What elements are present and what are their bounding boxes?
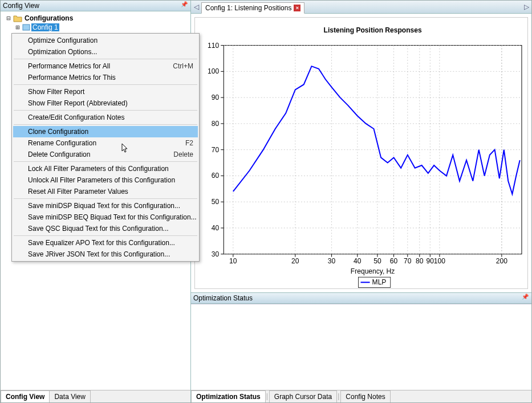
- menu-item-shortcut: Ctrl+M: [173, 62, 193, 70]
- svg-text:80: 80: [416, 257, 424, 265]
- pin-icon[interactable]: [521, 294, 529, 302]
- menu-item[interactable]: Optimize Configuration: [13, 35, 198, 46]
- response-chart[interactable]: Listening Position Responses102030405060…: [194, 17, 528, 289]
- menu-item[interactable]: Lock All Filter Parameters of this Confi…: [13, 163, 198, 174]
- svg-rect-0: [23, 25, 30, 30]
- left-bottom-tabs: Config View Data View: [1, 390, 190, 402]
- menu-item-label: Unlock All Filter Parameters of this Con…: [28, 176, 175, 184]
- folder-icon: [13, 14, 22, 22]
- menu-item-label: Performance Metrics for All: [28, 62, 110, 70]
- tab-close-icon[interactable]: ×: [294, 5, 300, 11]
- svg-text:40: 40: [212, 224, 220, 232]
- menu-item[interactable]: Optimization Options...: [13, 46, 198, 58]
- menu-item[interactable]: Rename ConfigurationF2: [13, 137, 198, 149]
- menu-separator: [14, 161, 197, 162]
- tree-expand-icon[interactable]: ⊞: [14, 23, 21, 31]
- svg-text:MLP: MLP: [372, 278, 387, 286]
- menu-separator: [14, 84, 197, 85]
- menu-item-label: Create/Edit Configuration Notes: [28, 113, 124, 121]
- tab-scroll-right-icon[interactable]: ▷: [522, 2, 530, 12]
- menu-item[interactable]: Create/Edit Configuration Notes: [13, 112, 198, 123]
- menu-item[interactable]: Save Equalizer APO Text for this Configu…: [13, 237, 198, 249]
- svg-text:110: 110: [208, 42, 219, 50]
- menu-separator: [14, 124, 197, 125]
- svg-text:40: 40: [354, 257, 362, 265]
- tree-child-row[interactable]: ⊞ Config 1: [14, 23, 188, 32]
- menu-item-label: Show Filter Report: [28, 88, 84, 96]
- svg-text:10: 10: [229, 257, 237, 265]
- chart-area: Listening Position Responses102030405060…: [191, 14, 531, 292]
- menu-item-label: Show Filter Report (Abbreviated): [28, 99, 128, 107]
- svg-text:60: 60: [212, 172, 220, 180]
- svg-text:100: 100: [434, 257, 445, 265]
- tab-config-notes[interactable]: Config Notes: [340, 390, 390, 402]
- tab-listening-positions[interactable]: Config 1: Listening Positions ×: [201, 2, 304, 14]
- menu-item-label: Optimize Configuration: [28, 36, 98, 44]
- svg-text:90: 90: [427, 257, 434, 265]
- menu-item-label: Save QSC Biquad Text for this Configurat…: [28, 225, 169, 233]
- config-view-titlebar: Config View: [1, 1, 190, 11]
- svg-text:200: 200: [496, 257, 507, 265]
- svg-text:70: 70: [404, 257, 412, 265]
- tree-child-label[interactable]: Config 1: [31, 23, 59, 31]
- optimization-status-panel: Optimization Status Optimization Status …: [191, 292, 531, 402]
- menu-item-label: Delete Configuration: [28, 150, 90, 158]
- menu-item-shortcut: F2: [185, 139, 193, 147]
- menu-item-label: Clone Configuration: [28, 128, 88, 136]
- svg-text:30: 30: [328, 257, 336, 265]
- svg-text:90: 90: [212, 93, 220, 101]
- menu-item[interactable]: Performance Metrics for This: [13, 72, 198, 83]
- config-context-menu[interactable]: Optimize ConfigurationOptimization Optio…: [11, 33, 200, 262]
- menu-separator: [14, 110, 197, 111]
- svg-text:80: 80: [212, 120, 220, 128]
- menu-item[interactable]: Show Filter Report (Abbreviated): [13, 97, 198, 109]
- tab-graph-cursor-data[interactable]: Graph Cursor Data: [269, 390, 337, 402]
- tab-scroll-left-icon[interactable]: ◁: [192, 2, 200, 12]
- menu-item-label: Rename Configuration: [28, 139, 96, 147]
- config-node-icon: [22, 24, 30, 31]
- menu-separator: [14, 198, 197, 199]
- optimization-status-title: Optimization Status: [193, 294, 521, 302]
- svg-text:70: 70: [212, 146, 220, 154]
- bottom-tabs: Optimization Status | Graph Cursor Data …: [191, 390, 531, 402]
- svg-text:30: 30: [212, 250, 220, 258]
- menu-item-label: Save miniDSP BEQ Biquad Text for this Co…: [28, 213, 197, 221]
- menu-item[interactable]: Save miniDSP Biquad Text for this Config…: [13, 200, 198, 211]
- tree-collapse-icon[interactable]: ⊟: [5, 14, 12, 22]
- menu-item[interactable]: Clone Configuration: [13, 126, 198, 137]
- menu-item[interactable]: Unlock All Filter Parameters of this Con…: [13, 174, 198, 186]
- menu-item[interactable]: Save miniDSP BEQ Biquad Text for this Co…: [13, 211, 198, 223]
- tree-root-row[interactable]: ⊟ Configurations: [5, 14, 188, 23]
- tab-data-view[interactable]: Data View: [49, 390, 90, 402]
- svg-text:100: 100: [208, 67, 219, 75]
- optimization-status-titlebar: Optimization Status: [191, 293, 531, 304]
- menu-item[interactable]: Save JRiver JSON Text for this Configura…: [13, 249, 198, 260]
- menu-item[interactable]: Save QSC Biquad Text for this Configurat…: [13, 223, 198, 234]
- tree-root-label[interactable]: Configurations: [23, 14, 74, 22]
- svg-text:Frequency, Hz: Frequency, Hz: [351, 267, 395, 275]
- tab-label: Config 1: Listening Positions: [205, 4, 291, 12]
- menu-item[interactable]: Reset All Filter Parameter Values: [13, 186, 198, 197]
- menu-item-label: Reset All Filter Parameter Values: [28, 188, 128, 196]
- menu-item-label: Save JRiver JSON Text for this Configura…: [28, 250, 170, 258]
- svg-text:Listening Position Responses: Listening Position Responses: [324, 26, 422, 34]
- tab-optimization-status[interactable]: Optimization Status: [191, 390, 266, 402]
- menu-item-label: Performance Metrics for This: [28, 74, 116, 82]
- svg-text:50: 50: [212, 198, 220, 206]
- menu-item[interactable]: Delete ConfigurationDelete: [13, 149, 198, 160]
- right-panel: ◁ Config 1: Listening Positions × ▷ List…: [191, 1, 531, 402]
- menu-separator: [14, 59, 197, 59]
- config-view-title: Config View: [3, 2, 180, 10]
- svg-text:60: 60: [390, 257, 398, 265]
- svg-text:20: 20: [291, 257, 299, 265]
- menu-item-shortcut: Delete: [173, 150, 193, 158]
- menu-item-label: Save Equalizer APO Text for this Configu…: [28, 239, 175, 247]
- menu-item-label: Save miniDSP Biquad Text for this Config…: [28, 202, 180, 210]
- tab-config-view[interactable]: Config View: [1, 390, 50, 402]
- menu-separator: [14, 235, 197, 236]
- menu-item-label: Lock All Filter Parameters of this Confi…: [28, 165, 169, 173]
- menu-item-label: Optimization Options...: [28, 48, 97, 56]
- pin-icon[interactable]: [180, 2, 188, 10]
- menu-item[interactable]: Performance Metrics for AllCtrl+M: [13, 60, 198, 72]
- menu-item[interactable]: Show Filter Report: [13, 86, 198, 97]
